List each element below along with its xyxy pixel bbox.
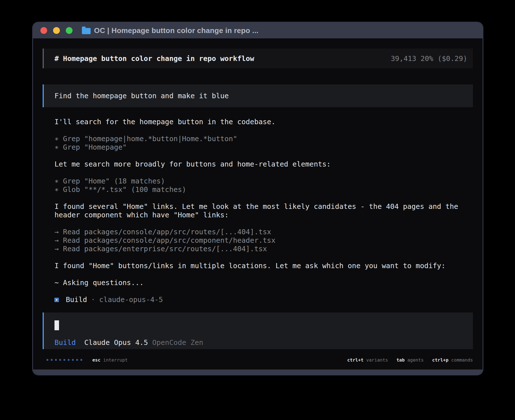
transcript-gap <box>54 219 473 228</box>
user-message-text: Find the homepage button and make it blu… <box>54 92 229 100</box>
transcript-line: → Read packages/console/app/src/componen… <box>54 236 473 245</box>
agent-name: Build <box>66 296 87 304</box>
spinner-dots <box>47 359 82 361</box>
session-header: # Homepage button color change in repo w… <box>43 49 473 68</box>
minimize-window-button[interactable] <box>53 27 60 34</box>
transcript-gap <box>54 253 473 262</box>
agent-separator: · <box>91 296 95 304</box>
transcript-line: Let me search more broadly for buttons a… <box>54 160 473 169</box>
transcript-gap <box>54 152 473 160</box>
session-token-stats: 39,413 20% ($0.29) <box>391 54 467 63</box>
transcript-line: ∗ Glob "**/*.tsx" (100 matches) <box>54 185 473 194</box>
transcript-line: I'll search for the homepage button in t… <box>54 118 473 126</box>
agent-model: claude-opus-4-5 <box>99 296 163 304</box>
close-window-button[interactable] <box>40 27 47 34</box>
hint-agents[interactable]: tab agents <box>396 357 424 363</box>
window-bottom-chrome <box>33 369 483 375</box>
transcript-line: ∗ Grep "homepage|home.*button|Home.*butt… <box>54 135 473 143</box>
titlebar[interactable]: OC | Homepage button color change in rep… <box>33 23 483 38</box>
assistant-transcript: I'll search for the homepage button in t… <box>43 118 473 304</box>
titlebar-title-group: OC | Homepage button color change in rep… <box>82 26 259 35</box>
transcript-gap <box>54 169 473 177</box>
statusbar-right: ctrl+t variants tab agents ctrl+p comman… <box>347 357 473 363</box>
transcript-gap <box>54 287 473 296</box>
session-content: # Homepage button color change in repo w… <box>33 49 483 349</box>
transcript-gap <box>54 194 473 202</box>
traffic-lights <box>40 27 73 34</box>
window-title: OC | Homepage button color change in rep… <box>94 26 259 35</box>
agent-build-icon <box>54 298 59 302</box>
statusbar-left: esc interrupt <box>43 357 128 363</box>
folder-icon <box>82 28 91 34</box>
input-model-label[interactable]: Claude Opus 4.5 <box>84 338 148 347</box>
transcript-line: ∗ Grep "Home" (18 matches) <box>54 177 473 185</box>
statusbar: esc interrupt ctrl+t variants tab agents… <box>33 349 483 371</box>
text-cursor <box>54 320 59 330</box>
transcript-line: → Read packages/enterprise/src/routes/[.… <box>54 245 473 253</box>
hint-variants[interactable]: ctrl+t variants <box>347 357 388 363</box>
user-message: Find the homepage button and make it blu… <box>43 84 473 107</box>
input-provider-label: OpenCode Zen <box>152 338 203 347</box>
transcript-line: header component which have "Home" links… <box>54 211 473 219</box>
transcript-line: I found "Home" buttons/links in multiple… <box>54 262 473 270</box>
prompt-input[interactable]: Build Claude Opus 4.5 OpenCode Zen <box>43 312 473 349</box>
input-meta-row: Build Claude Opus 4.5 OpenCode Zen <box>54 338 462 347</box>
transcript-line: → Read packages/console/app/src/routes/[… <box>54 228 473 236</box>
input-mode-label[interactable]: Build <box>54 338 76 347</box>
hint-interrupt: esc interrupt <box>92 357 128 363</box>
hint-commands[interactable]: ctrl+p commands <box>432 357 473 363</box>
transcript-gap <box>54 126 473 135</box>
session-title: # Homepage button color change in repo w… <box>54 54 254 63</box>
agent-status-row: Build·claude-opus-4-5 <box>54 296 473 304</box>
transcript-line: ∗ Grep "Homepage" <box>54 143 473 152</box>
transcript-line: I found several "Home" links. Let me loo… <box>54 202 473 211</box>
transcript-line: ~ Asking questions... <box>54 279 473 287</box>
transcript-gap <box>54 270 473 279</box>
terminal-window: OC | Homepage button color change in rep… <box>32 22 483 375</box>
zoom-window-button[interactable] <box>66 27 73 34</box>
